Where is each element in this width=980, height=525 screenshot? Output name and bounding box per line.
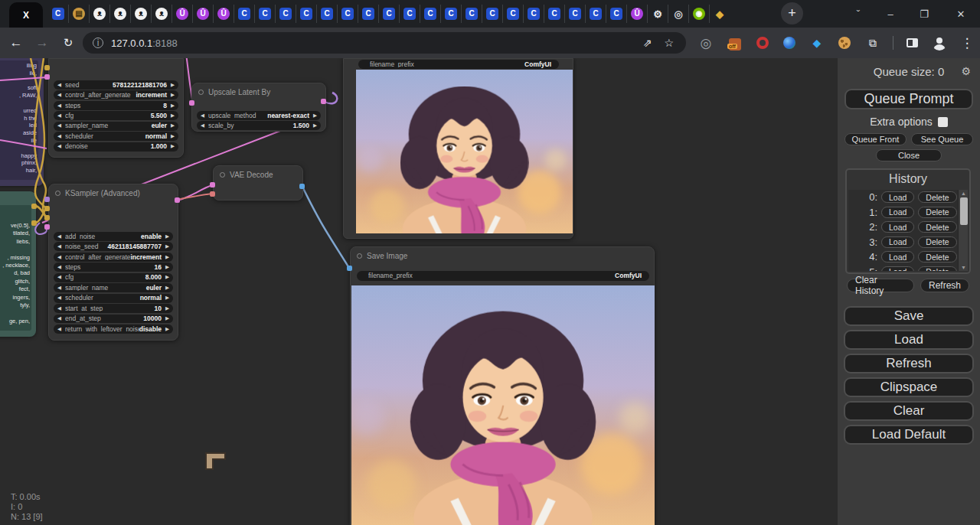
widget-left-arrow-icon[interactable]: ◀ xyxy=(57,295,61,301)
node-collapse-icon[interactable] xyxy=(55,191,60,196)
upscale-input-samples-port[interactable] xyxy=(189,100,194,106)
ksampler-adv-output-latent-port[interactable] xyxy=(175,197,180,203)
node-widget[interactable]: ◀ upscale_method nearest-exact ▶ xyxy=(197,111,321,120)
widget-left-arrow-icon[interactable]: ◀ xyxy=(57,123,61,129)
node-widget[interactable]: ◀ control_after_generate increment ▶ xyxy=(54,90,178,99)
ksampler-adv-input-positive-port[interactable] xyxy=(44,206,50,211)
node-widget[interactable]: ◀ return_with_leftover_noise disable ▶ xyxy=(54,324,173,334)
history-load-button[interactable]: Load xyxy=(881,266,914,271)
history-delete-button[interactable]: Delete xyxy=(918,221,956,233)
extensions-puzzle-icon[interactable]: ⧉ xyxy=(860,28,886,58)
tab-search-chevron-icon[interactable]: ˇ xyxy=(842,0,874,28)
vae-decode-node[interactable]: VAE Decode xyxy=(213,165,303,201)
sidebar-button-clear[interactable]: Clear xyxy=(844,401,974,421)
browser-tab[interactable]: C xyxy=(523,5,544,23)
browser-tab[interactable]: C xyxy=(461,5,482,23)
history-load-button[interactable]: Load xyxy=(881,191,914,203)
history-load-button[interactable]: Load xyxy=(881,236,914,248)
node-collapse-icon[interactable] xyxy=(198,90,204,95)
sidebar-button-load[interactable]: Load xyxy=(844,330,974,350)
widget-left-arrow-icon[interactable]: ◀ xyxy=(57,275,61,280)
node-widget[interactable]: ◀ end_at_step 10000 ▶ xyxy=(54,315,173,324)
ksampler-adv-input-model-port[interactable] xyxy=(44,197,50,202)
browser-tab[interactable]: C xyxy=(564,5,585,23)
widget-left-arrow-icon[interactable]: ◀ xyxy=(57,113,61,119)
widget-right-arrow-icon[interactable]: ▶ xyxy=(171,113,175,119)
widget-left-arrow-icon[interactable]: ◀ xyxy=(57,306,61,311)
browser-tab[interactable]: C xyxy=(47,5,68,23)
browser-tab[interactable]: ᴥ xyxy=(130,5,151,23)
browser-tab[interactable]: ▤ xyxy=(68,5,89,23)
widget-right-arrow-icon[interactable]: ▶ xyxy=(165,255,169,260)
node-widget[interactable]: ◀ cfg 8.000 ▶ xyxy=(54,273,173,282)
vae-input-vae-port[interactable] xyxy=(210,191,215,197)
browser-tab[interactable]: C xyxy=(440,5,461,23)
vae-input-samples-port[interactable] xyxy=(210,182,215,188)
browser-tab[interactable]: C xyxy=(378,5,399,23)
history-delete-button[interactable]: Delete xyxy=(918,236,956,248)
browser-tab[interactable]: C xyxy=(296,5,316,23)
browser-tab[interactable]: ᴥ xyxy=(109,5,130,23)
history-scroll-thumb[interactable] xyxy=(960,197,968,225)
history-delete-button[interactable]: Delete xyxy=(918,251,956,262)
cookie-extension-icon[interactable] xyxy=(838,37,851,49)
widget-right-arrow-icon[interactable]: ▶ xyxy=(171,93,175,98)
share-icon[interactable]: ⇗ xyxy=(643,37,652,49)
ksampler-adv-input-latent-port[interactable] xyxy=(44,224,50,230)
browser-tab[interactable]: Û xyxy=(213,5,234,23)
browser-tab[interactable]: C xyxy=(420,5,440,23)
browser-tab[interactable]: C xyxy=(502,5,523,23)
settings-gear-icon[interactable]: ⚙ xyxy=(961,65,971,77)
active-browser-tab[interactable]: X xyxy=(9,2,43,28)
history-delete-button[interactable]: Delete xyxy=(918,266,956,271)
negative-node-output-port[interactable] xyxy=(31,204,37,209)
history-load-button[interactable]: Load xyxy=(881,207,914,218)
browser-tab[interactable]: C xyxy=(585,5,606,23)
node-widget[interactable]: ◀ sampler_name euler ▶ xyxy=(54,122,178,131)
see-queue-button[interactable]: See Queue xyxy=(911,133,973,145)
node-widget[interactable]: ◀ start_at_step 10 ▶ xyxy=(54,304,173,313)
widget-right-arrow-icon[interactable]: ▶ xyxy=(165,316,169,321)
forward-button[interactable]: → xyxy=(29,28,55,58)
widget-right-arrow-icon[interactable]: ▶ xyxy=(171,103,175,109)
browser-tab[interactable]: ◆ xyxy=(709,5,730,23)
browser-menu-icon[interactable]: ⋮ xyxy=(954,28,980,58)
gem-extension-icon[interactable]: ◆ xyxy=(804,28,830,58)
browser-tab[interactable]: C xyxy=(234,5,254,23)
save-image-node[interactable]: Save Image ◀ filename_prefix ComfyUI xyxy=(350,246,655,525)
node-widget[interactable]: ◀ noise_seed 462118145887707 ▶ xyxy=(54,242,173,251)
history-load-button[interactable]: Load xyxy=(881,251,914,262)
widget-right-arrow-icon[interactable]: ▶ xyxy=(313,113,317,119)
widget-left-arrow-icon[interactable]: ◀ xyxy=(57,103,61,109)
bookmark-star-icon[interactable]: ☆ xyxy=(664,37,674,49)
node-collapse-icon[interactable] xyxy=(220,172,225,178)
browser-tab[interactable]: C xyxy=(544,5,564,23)
browser-tab[interactable]: C xyxy=(482,5,502,23)
site-info-icon[interactable]: i xyxy=(93,38,103,48)
widget-left-arrow-icon[interactable]: ◀ xyxy=(57,255,61,260)
clear-history-button[interactable]: Clear History xyxy=(847,279,914,292)
ksampler-adv-input-negative-port[interactable] xyxy=(44,215,50,220)
save-image-input-images-port[interactable] xyxy=(347,266,352,271)
clip-text-encode-positive-node[interactable]: ilingile, soft, RAW, urredh theledasidei… xyxy=(0,54,44,186)
ksampler-input-conditioning-port[interactable] xyxy=(44,65,50,70)
browser-tab[interactable]: C xyxy=(399,5,420,23)
node-widget[interactable]: ◀ steps 16 ▶ xyxy=(54,262,173,272)
sidebar-button-refresh[interactable]: Refresh xyxy=(844,354,974,373)
node-widget[interactable]: ◀ seed 578122121881706 ▶ xyxy=(54,80,178,90)
reload-button[interactable]: ↻ xyxy=(55,28,81,58)
history-scrollbar[interactable]: ▲ ▼ xyxy=(958,190,968,271)
history-refresh-button[interactable]: Refresh xyxy=(920,279,969,292)
scroll-up-icon[interactable]: ▲ xyxy=(959,190,969,197)
node-widget[interactable]: ◀ denoise 1.000 ▶ xyxy=(54,142,178,152)
widget-right-arrow-icon[interactable]: ▶ xyxy=(165,275,169,280)
split-view-icon[interactable] xyxy=(906,38,918,47)
upscale-latent-node[interactable]: Upscale Latent By ◀ upscale_method neare… xyxy=(191,83,326,132)
node-widget[interactable]: ◀ scheduler normal ▶ xyxy=(54,132,178,141)
ksampler-input-latent-port[interactable] xyxy=(44,74,50,80)
queue-prompt-button[interactable]: Queue Prompt xyxy=(844,89,973,109)
widget-right-arrow-icon[interactable]: ▶ xyxy=(165,306,169,311)
widget-left-arrow-icon[interactable]: ◀ xyxy=(57,93,61,98)
widget-left-arrow-icon[interactable]: ◀ xyxy=(57,285,61,291)
ksampler-node[interactable]: ◀ seed 578122121881706 ▶ ◀ control_after… xyxy=(48,58,184,158)
